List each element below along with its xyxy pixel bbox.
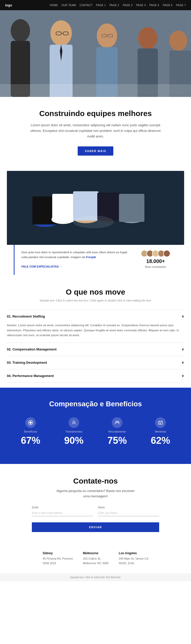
fale-especialistas-link[interactable]: FALE COM ESPECIALISTAS → <box>21 265 62 268</box>
offices-row: Sidney 45 Pirrama Rd, PyrmontNSW 2022 Me… <box>0 542 191 573</box>
team-image-section <box>0 166 191 245</box>
nav-page1[interactable]: PAGE 1 <box>96 4 106 7</box>
accordion-title-2: 02. Compensation Management <box>7 347 57 351</box>
accordion-title-3: 03. Training Development <box>7 361 47 364</box>
accordion: 01. Recruitment Staffing ∨ Answer. Lorem… <box>0 310 191 383</box>
nav-page2[interactable]: PAGE 2 <box>110 4 119 7</box>
svg-point-14 <box>138 27 157 49</box>
accordion-header-2[interactable]: 02. Compensation Management ∨ <box>7 343 184 356</box>
treinamentos-percent: 90% <box>64 435 84 446</box>
svg-point-1 <box>11 19 30 42</box>
benefit-item-1: Benefícios 67% <box>21 417 40 446</box>
nav-our-team[interactable]: OUR TEAM <box>62 4 76 7</box>
benefit-item-4: Mentoria 62% <box>151 417 170 446</box>
accordion-content-1: Answer. Lorem ipsum dolor sit amet, cons… <box>7 323 184 343</box>
recrutamento-label: Recrutamento <box>108 430 126 433</box>
mentoria-icon <box>155 417 166 428</box>
accordion-title-4: 04. Performance Management <box>7 374 54 378</box>
benefits-grid: Benefícios 67% Treinamentos 90% <box>10 417 181 446</box>
benefit-item-3: Recrutamento 75% <box>107 417 127 446</box>
nav-page6[interactable]: PAGE 6 <box>163 4 172 7</box>
stats-body: Duis aute irure dolor in reprehenderit i… <box>21 251 127 258</box>
nav-page7[interactable]: PAGE 7 <box>176 4 186 7</box>
form-row: Email Name <box>32 506 159 516</box>
svg-rect-33 <box>29 422 32 423</box>
svg-point-34 <box>73 421 75 423</box>
benefit-item-2: Treinamentos 90% <box>64 417 84 446</box>
svg-rect-18 <box>0 84 191 97</box>
name-input[interactable] <box>98 510 159 516</box>
team-image <box>7 171 184 245</box>
benefits-heading: Compensação e Benefícios <box>10 400 181 408</box>
office-los-angeles: Los Angeles 340 Main St, Venice CA90291,… <box>119 551 148 565</box>
mentoria-percent: 62% <box>151 435 170 446</box>
move-heading: O que nos move <box>7 288 184 296</box>
contact-form: Email Name ENVIAR <box>15 506 176 532</box>
nav-contact[interactable]: CONTACT <box>79 4 92 7</box>
benefits-section: Compensação e Benefícios Benefícios 67% … <box>0 388 191 464</box>
beneficios-percent: 67% <box>21 435 40 446</box>
stats-row: Duis aute irure dolor in reprehenderit i… <box>14 245 177 275</box>
svg-rect-29 <box>119 194 144 222</box>
accordion-header-4[interactable]: 04. Performance Management ∨ <box>7 369 184 382</box>
stats-container: Duis aute irure dolor in reprehenderit i… <box>0 245 191 275</box>
svg-rect-23 <box>52 194 74 222</box>
beneficios-icon <box>25 417 36 428</box>
office-sydney: Sidney 45 Pirrama Rd, PyrmontNSW 2022 <box>43 551 73 565</box>
office-la-city: Los Angeles <box>119 551 148 555</box>
move-subtitle: Sample text. Click to select the text bo… <box>7 299 184 302</box>
nav-page3[interactable]: PAGE 3 <box>123 4 132 7</box>
accordion-icon-4: ∨ <box>182 374 184 378</box>
intro-body: Lorem ipsum dolor sit amet, consectetur … <box>29 122 162 139</box>
mentoria-label: Mentoria <box>155 430 166 433</box>
stats-number: 18.000+ <box>146 258 165 264</box>
nav-page5[interactable]: PAGE 5 <box>149 4 159 7</box>
office-sydney-address: 45 Pirrama Rd, PyrmontNSW 2022 <box>43 557 73 565</box>
office-melbourne: Melbourne 163 Collins St,Melbourne VIC 3… <box>83 551 108 565</box>
contact-subtitle: Alguma pergunta ou comentário? Basta nos… <box>15 488 176 499</box>
accordion-header-3[interactable]: 03. Training Development ∨ <box>7 356 184 369</box>
email-field-wrapper: Email <box>32 506 93 516</box>
footer-bar: Sample text. Click to select the Text El… <box>0 573 191 581</box>
office-melbourne-city: Melbourne <box>83 551 108 555</box>
accordion-item-2: 02. Compensation Management ∨ <box>7 343 184 356</box>
svg-point-36 <box>117 421 119 423</box>
office-la-address: 340 Main St, Venice CA90291, EUA. <box>119 557 148 565</box>
saber-mais-button[interactable]: SABER MAIS <box>78 146 113 156</box>
logo: logo <box>5 3 12 7</box>
treinamentos-label: Treinamentos <box>65 430 83 433</box>
accordion-item-3: 03. Training Development ∨ <box>7 356 184 369</box>
office-sydney-city: Sidney <box>43 551 73 555</box>
hero-image <box>0 10 191 97</box>
stats-right: 18.000+ Boas contratações <box>141 250 170 268</box>
office-melbourne-address: 163 Collins St,Melbourne VIC 3000 <box>83 557 108 565</box>
section-move: O que nos move Sample text. Click to sel… <box>0 275 191 310</box>
nav-page4[interactable]: PAGE 4 <box>136 4 146 7</box>
svg-point-35 <box>116 421 117 423</box>
accordion-header-1[interactable]: 01. Recruitment Staffing ∨ <box>7 310 184 323</box>
freepik-link[interactable]: Freepik <box>86 256 96 259</box>
accordion-icon-2: ∨ <box>182 347 184 351</box>
treinamentos-icon <box>69 417 79 428</box>
stats-label: Boas contratações <box>145 266 166 268</box>
recrutamento-icon <box>112 417 122 428</box>
accordion-item-1: 01. Recruitment Staffing ∨ Answer. Lorem… <box>7 310 184 343</box>
email-label: Email <box>32 506 38 509</box>
accordion-icon-3: ∨ <box>182 361 184 364</box>
hero-svg <box>0 10 191 97</box>
enviar-button[interactable]: ENVIAR <box>32 522 159 532</box>
accordion-title-1: 01. Recruitment Staffing <box>7 314 45 318</box>
svg-point-16 <box>169 31 187 51</box>
avatar-5 <box>163 250 170 257</box>
name-field-wrapper: Name <box>98 506 159 516</box>
navbar: logo HOME OUR TEAM CONTACT PAGE 1 PAGE 2… <box>0 0 191 10</box>
nav-home[interactable]: HOME <box>50 4 58 7</box>
email-input[interactable] <box>32 510 93 516</box>
stats-text: Duis aute irure dolor in reprehenderit i… <box>21 250 133 269</box>
contact-section: Contate-nos Alguma pergunta ou comentári… <box>0 464 191 542</box>
recrutamento-percent: 75% <box>107 435 127 446</box>
contact-heading: Contate-nos <box>15 477 176 485</box>
intro-heading: Construindo equipes melhores <box>15 109 176 118</box>
intro-section: Construindo equipes melhores Lorem ipsum… <box>0 97 191 166</box>
accordion-item-4: 04. Performance Management ∨ <box>7 369 184 383</box>
